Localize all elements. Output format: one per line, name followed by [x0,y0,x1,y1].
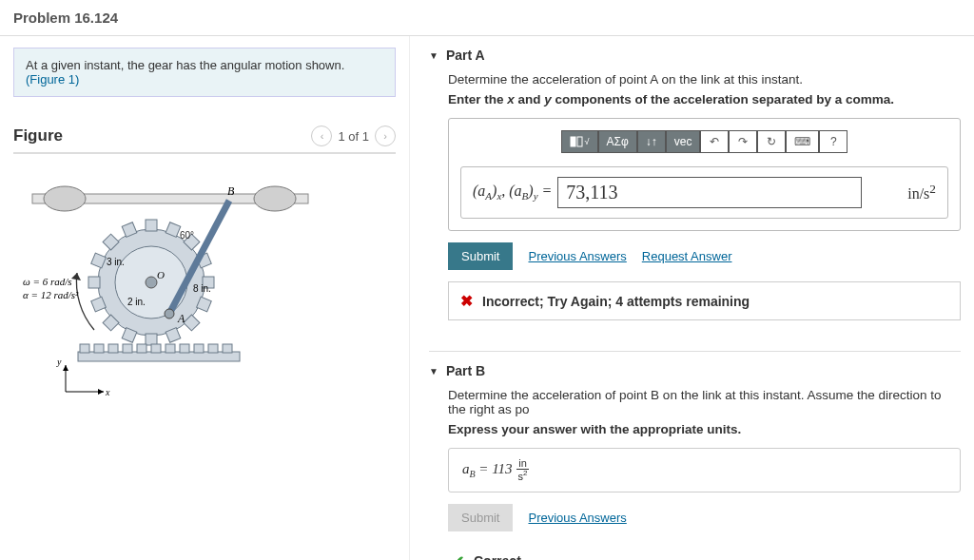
template-button[interactable]: √ [561,130,598,153]
svg-rect-38 [151,344,161,353]
partB-submit-button: Submit [448,504,513,531]
caret-down-icon: ▼ [429,50,438,61]
svg-rect-33 [80,344,89,353]
partB-feedback-text: Correct [474,553,521,560]
prompt-box: At a given instant, the gear has the ang… [13,48,396,97]
incorrect-icon: ✖ [460,292,473,310]
svg-point-21 [146,277,157,288]
prompt-text: At a given instant, the gear has the ang… [26,58,344,72]
svg-rect-6 [146,334,157,345]
svg-text:y: y [56,357,62,367]
figure-prev-button[interactable]: ‹ [311,126,332,146]
partA-units: in/s2 [907,182,936,203]
svg-text:A: A [177,312,185,325]
svg-text:B: B [227,184,235,198]
svg-rect-5 [146,220,157,231]
equation-toolbar: √ ΑΣφ ↓↑ vec ↶ ↷ ↻ ⌨ ? [460,130,948,153]
svg-rect-41 [194,344,204,353]
svg-rect-35 [108,344,118,353]
partA-instr1: Determine the acceleration of point A on… [448,72,961,87]
caret-down-icon: ▼ [429,366,438,377]
keyboard-button[interactable]: ⌨ [786,130,819,153]
svg-point-2 [254,186,296,211]
partA-header[interactable]: ▼ Part A [429,48,961,63]
svg-rect-7 [88,277,100,288]
greek-button[interactable]: ΑΣφ [598,130,637,153]
partA-previous-answers-link[interactable]: Previous Answers [528,249,626,263]
svg-text:O: O [157,269,165,280]
figure-header: Figure ‹ 1 of 1 › [13,126,396,154]
partA-instr2: Enter the x and y components of the acce… [448,92,961,106]
svg-point-23 [165,309,174,319]
svg-rect-39 [166,344,175,353]
svg-text:8 in.: 8 in. [193,283,211,294]
partA-submit-row: Submit Previous Answers Request Answer [448,242,961,270]
svg-marker-49 [63,365,68,371]
figure-next-button[interactable]: › [375,126,396,146]
figure-pager: ‹ 1 of 1 › [311,126,396,146]
problem-title: Problem 16.124 [0,0,974,36]
figure-title: Figure [13,126,63,145]
svg-text:60°: 60° [180,230,194,241]
vec-button[interactable]: vec [666,130,701,153]
partA-input[interactable]: 73,113 [557,177,862,208]
partA-formula-row: (aA)x, (aB)y = 73,113 in/s2 [460,166,948,219]
svg-rect-40 [180,344,189,353]
svg-rect-53 [577,137,582,146]
svg-marker-47 [98,389,104,395]
subscript-button[interactable]: ↓↑ [637,130,666,153]
svg-text:x: x [105,387,110,397]
figure-image: A B O 60° 3 in. 2 in. 8 in. [13,173,396,414]
redo-button[interactable]: ↷ [729,130,757,153]
svg-rect-42 [208,344,218,353]
partA-request-answer-link[interactable]: Request Answer [642,249,732,263]
undo-button[interactable]: ↶ [700,130,729,153]
svg-marker-31 [71,273,81,280]
partB-value: 113 [492,461,512,476]
reset-button[interactable]: ↻ [757,130,786,153]
partA-submit-button[interactable]: Submit [448,242,513,270]
partA-lhs: (aA)x, (aB)y = [473,183,552,202]
figure-pager-label: 1 of 1 [338,129,369,144]
partA-feedback: ✖ Incorrect; Try Again; 4 attempts remai… [448,281,961,320]
svg-point-1 [44,186,86,211]
partA-label: Part A [446,48,485,63]
svg-rect-34 [94,344,104,353]
partB-units: in s2 [516,458,530,482]
partB-previous-answers-link[interactable]: Previous Answers [528,511,626,525]
partA-feedback-text: Incorrect; Try Again; 4 attempts remaini… [482,294,750,309]
partB-lhs: aB = [462,461,492,476]
partB-label: Part B [446,363,485,378]
svg-text:2 in.: 2 in. [127,297,146,307]
svg-rect-37 [137,344,146,353]
divider [429,351,961,352]
svg-rect-52 [571,137,575,146]
partB-feedback: ✔ Correct [448,543,961,560]
partB-instr1: Determine the acceleration of point B on… [448,388,961,416]
figure-link[interactable]: (Figure 1) [26,72,79,87]
partB-instr2: Express your answer with the appropriate… [448,422,961,436]
svg-text:ω = 6 rad/s: ω = 6 rad/s [23,276,72,287]
partB-answer-box: aB = 113 in s2 [448,448,961,492]
help-button[interactable]: ? [819,130,847,153]
partB-submit-row: Submit Previous Answers [448,504,961,531]
svg-text:α = 12 rad/s²: α = 12 rad/s² [23,289,79,300]
svg-rect-43 [223,344,232,353]
correct-icon: ✔ [452,552,464,560]
svg-rect-36 [123,344,132,353]
partA-answer-box: √ ΑΣφ ↓↑ vec ↶ ↷ ↻ ⌨ ? (aA)x, (aB)y = 73… [448,118,961,231]
svg-text:3 in.: 3 in. [107,257,125,267]
partB-header[interactable]: ▼ Part B [429,363,961,378]
